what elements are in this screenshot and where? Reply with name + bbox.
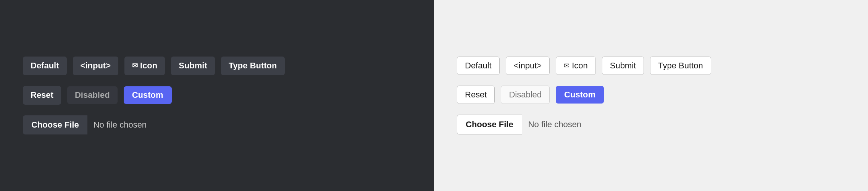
light-file-input-row: Choose File No file chosen	[457, 115, 587, 134]
dark-icon-button[interactable]: ✉Icon	[124, 57, 165, 75]
light-panel: Default <input> ✉Icon Submit Type Button…	[434, 0, 868, 191]
dark-choose-file-button[interactable]: Choose File	[23, 115, 87, 134]
dark-reset-button[interactable]: Reset	[23, 86, 61, 105]
dark-default-button[interactable]: Default	[23, 57, 67, 75]
light-input-button[interactable]: <input>	[506, 57, 550, 75]
dark-no-file-label: No file chosen	[87, 115, 153, 134]
dark-input-button[interactable]: <input>	[73, 57, 118, 75]
dark-panel: Default <input> ✉Icon Submit Type Button…	[0, 0, 434, 191]
dark-submit-button[interactable]: Submit	[171, 57, 215, 75]
dark-row-1: Default <input> ✉Icon Submit Type Button	[23, 57, 285, 75]
envelope-icon: ✉	[132, 62, 138, 70]
envelope-icon-light: ✉	[564, 62, 570, 70]
light-icon-button[interactable]: ✉Icon	[556, 57, 596, 75]
light-reset-button[interactable]: Reset	[457, 86, 495, 104]
light-no-file-label: No file chosen	[522, 115, 587, 134]
dark-custom-button[interactable]: Custom	[124, 86, 172, 104]
light-row-1: Default <input> ✉Icon Submit Type Button	[457, 57, 711, 75]
dark-disabled-button: Disabled	[67, 86, 118, 104]
light-row-2: Reset Disabled Custom	[457, 86, 604, 104]
dark-row-2: Reset Disabled Custom	[23, 86, 172, 105]
light-type-button[interactable]: Type Button	[650, 57, 711, 75]
light-submit-button[interactable]: Submit	[602, 57, 644, 75]
dark-file-input-row: Choose File No file chosen	[23, 115, 153, 134]
dark-type-button[interactable]: Type Button	[221, 57, 285, 75]
light-default-button[interactable]: Default	[457, 57, 500, 75]
light-disabled-button: Disabled	[501, 86, 550, 104]
light-choose-file-button[interactable]: Choose File	[457, 115, 522, 134]
light-custom-button[interactable]: Custom	[556, 86, 604, 104]
